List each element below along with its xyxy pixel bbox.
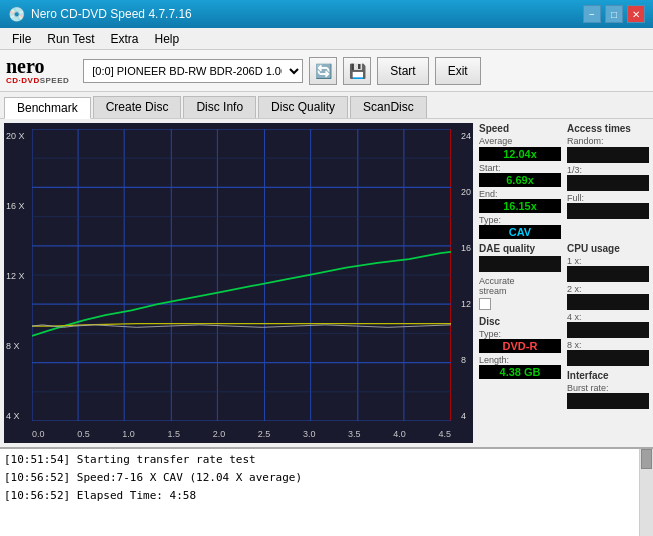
log-entry-2: [10:56:52] Speed:7-16 X CAV (12.04 X ave… [4,469,647,487]
start-label: Start: [479,163,561,173]
top-stats: Speed Average 12.04x Start: 6.69x End: 1… [479,123,649,239]
tab-benchmark[interactable]: Benchmark [4,97,91,119]
average-label: Average [479,136,561,146]
disc-section: Disc Type: DVD-R Length: 4.38 GB [479,316,561,379]
cpu-title: CPU usage [567,243,649,254]
right-panel: Speed Average 12.04x Start: 6.69x End: 1… [475,119,653,447]
middle-stats: DAE quality Accurate stream Disc Type: D… [479,243,649,409]
average-value: 12.04x [479,147,561,161]
start-value: 6.69x [479,173,561,187]
scrollbar-thumb[interactable] [641,449,652,469]
tab-disc-info[interactable]: Disc Info [183,96,256,118]
full-label: Full: [567,193,649,203]
1x-label: 1 x: [567,256,649,266]
cpu-interface-section: CPU usage 1 x: 2 x: 4 x: 8 x: Interface … [567,243,649,409]
menu-extra[interactable]: Extra [102,30,146,48]
full-value [567,203,649,219]
save-icon[interactable]: 💾 [343,57,371,85]
stream-label: stream [479,286,561,296]
menu-file[interactable]: File [4,30,39,48]
tab-scan-disc[interactable]: ScanDisc [350,96,427,118]
content-area: 20 X 16 X 12 X 8 X 4 X 24 20 16 12 8 4 [0,119,653,536]
minimize-button[interactable]: − [583,5,601,23]
burst-rate-label: Burst rate: [567,383,649,393]
menu-help[interactable]: Help [147,30,188,48]
dae-title: DAE quality [479,243,561,254]
speed-section: Speed Average 12.04x Start: 6.69x End: 1… [479,123,561,239]
window-title: Nero CD-DVD Speed 4.7.7.16 [31,7,192,21]
drive-select[interactable]: [0:0] PIONEER BD-RW BDR-206D 1.06 [83,59,303,83]
type-value: CAV [479,225,561,239]
type-label: Type: [479,215,561,225]
dae-value [479,256,561,272]
interface-title: Interface [567,370,649,381]
accurate-label: Accurate [479,276,561,286]
title-bar-left: 💿 Nero CD-DVD Speed 4.7.7.16 [8,6,192,22]
random-label: Random: [567,136,649,146]
access-times-section: Access times Random: 1/3: Full: [567,123,649,239]
tab-disc-quality[interactable]: Disc Quality [258,96,348,118]
accurate-checkbox-row [479,298,561,310]
log-entry-1: [10:51:54] Starting transfer rate test [4,451,647,469]
2x-value [567,294,649,310]
interface-section: Interface Burst rate: [567,370,649,409]
8x-value [567,350,649,366]
log-content[interactable]: [10:51:54] Starting transfer rate test [… [0,449,653,536]
end-label: End: [479,189,561,199]
log-area: [10:51:54] Starting transfer rate test [… [0,447,653,536]
tabs: Benchmark Create Disc Disc Info Disc Qua… [0,92,653,119]
one-third-value [567,175,649,191]
disc-type-label: Type: [479,329,561,339]
start-button[interactable]: Start [377,57,428,85]
log-entry-3: [10:56:52] Elapsed Time: 4:58 [4,487,647,505]
scrollbar-track[interactable] [639,449,653,536]
disc-type-value: DVD-R [479,339,561,353]
maximize-button[interactable]: □ [605,5,623,23]
access-times-title: Access times [567,123,649,134]
4x-label: 4 x: [567,312,649,322]
y-axis-right: 24 20 16 12 8 4 [461,131,471,421]
4x-value [567,322,649,338]
end-value: 16.15x [479,199,561,213]
main-row: 20 X 16 X 12 X 8 X 4 X 24 20 16 12 8 4 [0,119,653,447]
speed-title: Speed [479,123,561,134]
disc-type-title: Disc [479,316,561,327]
y-axis-left: 20 X 16 X 12 X 8 X 4 X [6,131,25,421]
title-bar-controls: − □ ✕ [583,5,645,23]
menu-run-test[interactable]: Run Test [39,30,102,48]
disc-length-label: Length: [479,355,561,365]
chart-svg [32,129,451,421]
chart-area: 20 X 16 X 12 X 8 X 4 X 24 20 16 12 8 4 [4,123,473,443]
random-value [567,147,649,163]
one-third-label: 1/3: [567,165,649,175]
1x-value [567,266,649,282]
2x-label: 2 x: [567,284,649,294]
x-axis-labels: 0.0 0.5 1.0 1.5 2.0 2.5 3.0 3.5 4.0 4.5 [32,429,451,439]
tab-create-disc[interactable]: Create Disc [93,96,182,118]
title-bar: 💿 Nero CD-DVD Speed 4.7.7.16 − □ ✕ [0,0,653,28]
close-button[interactable]: ✕ [627,5,645,23]
disc-length-value: 4.38 GB [479,365,561,379]
refresh-icon[interactable]: 🔄 [309,57,337,85]
exit-button[interactable]: Exit [435,57,481,85]
burst-rate-value [567,393,649,409]
accurate-checkbox[interactable] [479,298,491,310]
log-scroll-container: [10:51:54] Starting transfer rate test [… [0,449,653,536]
logo: nero CD·DVDSPEED [6,56,69,85]
dae-disc-section: DAE quality Accurate stream Disc Type: D… [479,243,561,409]
8x-label: 8 x: [567,340,649,350]
toolbar: nero CD·DVDSPEED [0:0] PIONEER BD-RW BDR… [0,50,653,92]
menu-bar: File Run Test Extra Help [0,28,653,50]
